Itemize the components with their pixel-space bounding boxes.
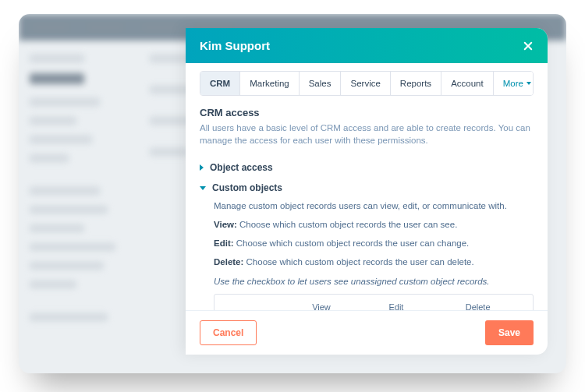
section-object-access[interactable]: Object access xyxy=(200,157,534,178)
custom-view-line: View: Choose which custom object records… xyxy=(214,218,534,231)
tab-service[interactable]: Service xyxy=(341,72,390,95)
chevron-right-icon xyxy=(200,164,204,171)
section-label: Object access xyxy=(210,162,273,173)
custom-edit-line: Edit: Choose which custom object records… xyxy=(214,237,534,249)
chevron-down-icon xyxy=(526,82,531,85)
tab-marketing[interactable]: Marketing xyxy=(240,72,300,95)
crm-access-heading: CRM access xyxy=(200,107,534,118)
section-custom-objects[interactable]: Custom objects xyxy=(200,178,534,198)
crm-access-description: All users have a basic level of CRM acce… xyxy=(200,122,534,147)
custom-hint: Use the checkbox to let users see unassi… xyxy=(214,275,534,288)
tabs: CRM Marketing Sales Service Reports Acco… xyxy=(200,71,534,96)
section-label: Custom objects xyxy=(212,182,282,193)
tab-more[interactable]: More xyxy=(494,72,534,95)
permissions-panel: Kim Support CRM Marketing Sales Service … xyxy=(186,28,548,355)
table-header: View Edit Delete xyxy=(214,295,533,310)
close-icon[interactable] xyxy=(523,41,534,51)
panel-body: CRM access All users have a basic level … xyxy=(186,96,548,310)
tab-more-label: More xyxy=(503,79,523,88)
custom-delete-line: Delete: Choose which custom object recor… xyxy=(214,256,534,268)
panel-title: Kim Support xyxy=(200,39,270,52)
panel-footer: Cancel Save xyxy=(186,310,548,355)
col-delete: Delete xyxy=(456,295,533,310)
col-edit: Edit xyxy=(379,295,456,310)
custom-objects-content: Manage custom object records users can v… xyxy=(200,198,534,310)
panel-header: Kim Support xyxy=(186,28,548,63)
col-view: View xyxy=(303,295,379,310)
custom-objects-table: View Edit Delete Demo Shipments Everythi… xyxy=(214,294,534,310)
tab-reports[interactable]: Reports xyxy=(391,72,441,95)
tab-sales[interactable]: Sales xyxy=(300,72,342,95)
save-button[interactable]: Save xyxy=(485,320,534,345)
custom-intro: Manage custom object records users can v… xyxy=(214,200,534,212)
cancel-button[interactable]: Cancel xyxy=(200,320,257,345)
chevron-down-icon xyxy=(200,186,206,190)
tab-account[interactable]: Account xyxy=(441,72,494,95)
tab-crm[interactable]: CRM xyxy=(200,72,240,95)
